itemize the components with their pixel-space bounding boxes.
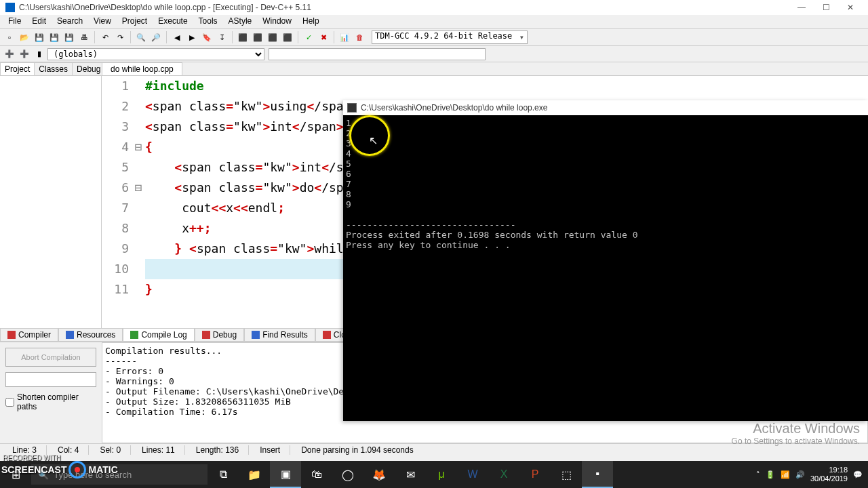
status-lines: Lines: 11: [132, 445, 185, 455]
main-toolbar: ▫ 📂 💾 💾 💾 🖶 ↶ ↷ 🔍 🔎 ◀ ▶ 🔖 ↧ ⬛ ⬛ ⬛ ⬛ ✓ ✖ …: [0, 28, 868, 46]
store-icon[interactable]: 🛍: [301, 461, 332, 488]
powerpoint-icon[interactable]: P: [519, 461, 551, 488]
menu-tools[interactable]: Tools: [193, 15, 223, 28]
status-parse: Done parsing in 1.094 seconds: [292, 445, 422, 455]
menu-view[interactable]: View: [88, 15, 117, 28]
save-as-icon[interactable]: 💾: [62, 30, 76, 44]
output-tab-find-results[interactable]: Find Results: [244, 329, 315, 342]
menu-bar: FileEditSearchViewProjectExecuteToolsASt…: [0, 15, 868, 28]
compile-run-icon[interactable]: ⬛: [266, 30, 279, 44]
output-tab-compiler[interactable]: Compiler: [0, 329, 58, 342]
run-icon[interactable]: ⬛: [251, 30, 264, 44]
globals-select[interactable]: (globals): [47, 48, 264, 60]
devcpp-taskbar-icon[interactable]: ▣: [270, 461, 301, 488]
excel-icon[interactable]: X: [488, 461, 519, 488]
title-bar: C:\Users\kashi\OneDrive\Desktop\do while…: [0, 0, 868, 15]
taskbar: ⊞ 🔍 Type here to search ⧉ 📁 ▣ 🛍 ◯ 🦊 ✉ μ …: [0, 461, 868, 488]
console-icon: [347, 103, 357, 113]
profile-icon[interactable]: 📊: [338, 30, 351, 44]
left-tab-classes[interactable]: Classes: [34, 62, 73, 75]
status-insert: Insert: [250, 445, 290, 455]
app-icon: [5, 3, 15, 12]
class-browser: ProjectClassesDebug: [0, 62, 102, 328]
clean-icon[interactable]: 🗑: [353, 30, 366, 44]
menu-project[interactable]: Project: [117, 15, 153, 28]
menu-edit[interactable]: Edit: [26, 15, 52, 28]
minimize-button[interactable]: —: [789, 0, 814, 15]
print-icon[interactable]: 🖶: [77, 30, 91, 44]
close-button[interactable]: ✕: [838, 0, 863, 15]
menu-search[interactable]: Search: [52, 15, 88, 28]
task-view-icon[interactable]: ⧉: [208, 461, 239, 488]
abort-compilation-button[interactable]: Abort Compilation: [5, 348, 96, 367]
save-all-icon[interactable]: 💾: [47, 30, 61, 44]
stop-icon[interactable]: ✖: [317, 30, 330, 44]
goto-icon[interactable]: ↧: [215, 30, 229, 44]
editor-tab[interactable]: do while loop.cpp: [102, 62, 182, 75]
word-icon[interactable]: W: [457, 461, 488, 488]
window-title: C:\Users\kashi\OneDrive\Desktop\do while…: [19, 3, 311, 12]
rebuild-icon[interactable]: ⬛: [281, 30, 294, 44]
menu-execute[interactable]: Execute: [153, 15, 193, 28]
firefox-icon[interactable]: 🦊: [363, 461, 395, 488]
undo-icon[interactable]: ↶: [98, 30, 112, 44]
compiler-filter-input[interactable]: [5, 372, 96, 387]
utorrent-icon[interactable]: μ: [426, 461, 457, 488]
left-tab-project[interactable]: Project: [0, 62, 35, 75]
save-icon[interactable]: 💾: [33, 30, 46, 44]
open-icon[interactable]: 📂: [18, 30, 31, 44]
output-tab-resources[interactable]: Resources: [58, 329, 123, 342]
file-explorer-icon[interactable]: 📁: [239, 461, 270, 488]
shorten-paths-checkbox[interactable]: Shorten compiler paths: [5, 392, 96, 411]
compile-icon[interactable]: ⬛: [236, 30, 250, 44]
compiler-select[interactable]: TDM-GCC 4.9.2 64-bit Release: [372, 30, 528, 44]
mail-icon[interactable]: ✉: [395, 461, 426, 488]
recorded-with-label: RECORDED WITH: [3, 454, 61, 462]
menu-astyle[interactable]: AStyle: [223, 15, 258, 28]
menu-file[interactable]: File: [3, 15, 26, 28]
activate-windows-watermark: Activate Windows Go to Settings to activ…: [732, 421, 860, 446]
console-title-bar: C:\Users\kashi\OneDrive\Desktop\do while…: [343, 100, 868, 115]
bookmark-icon[interactable]: 🔖: [200, 30, 214, 44]
redo-icon[interactable]: ↷: [113, 30, 127, 44]
toggle-icon[interactable]: ▮: [33, 47, 46, 61]
console-window[interactable]: C:\Users\kashi\OneDrive\Desktop\do while…: [343, 100, 868, 421]
cmd-taskbar-icon[interactable]: ▪: [582, 461, 613, 488]
status-line: Line: 3: [3, 445, 47, 455]
console-title-text: C:\Users\kashi\OneDrive\Desktop\do while…: [361, 103, 547, 113]
tray-volume-icon[interactable]: 🔊: [795, 470, 805, 479]
taskbar-clock[interactable]: 19:18 30/04/2019: [810, 466, 848, 483]
output-tab-compile-log[interactable]: Compile Log: [123, 329, 194, 342]
secondary-toolbar: ➕ ➕ ▮ (globals): [0, 46, 868, 62]
new-icon[interactable]: ▫: [3, 30, 16, 44]
status-sel: Sel: 0: [90, 445, 131, 455]
status-col: Col: 4: [48, 445, 89, 455]
chrome-icon[interactable]: ◯: [332, 461, 363, 488]
screenrec-icon[interactable]: ⬚: [551, 461, 582, 488]
console-output: 1 2 3 4 5 6 7 8 9 ----------------------…: [343, 115, 868, 253]
maximize-button[interactable]: ☐: [814, 0, 838, 15]
menu-help[interactable]: Help: [297, 15, 325, 28]
symbol-select[interactable]: [269, 48, 486, 60]
menu-window[interactable]: Window: [257, 15, 297, 28]
tray-battery-icon[interactable]: 🔋: [766, 470, 775, 479]
status-length: Length: 136: [186, 445, 249, 455]
new-class-icon[interactable]: ➕: [3, 47, 16, 61]
tray-wifi-icon[interactable]: 📶: [781, 470, 790, 479]
debug-icon[interactable]: ✓: [302, 30, 315, 44]
tray-up-icon[interactable]: ˄: [756, 470, 760, 479]
nav-fwd-icon[interactable]: ▶: [185, 30, 199, 44]
output-tab-debug[interactable]: Debug: [195, 329, 244, 342]
screencast-watermark: SCREENCAST MATIC: [1, 461, 118, 479]
nav-back-icon[interactable]: ◀: [170, 30, 184, 44]
replace-icon[interactable]: 🔎: [149, 30, 163, 44]
left-tab-debug[interactable]: Debug: [72, 62, 105, 75]
find-icon[interactable]: 🔍: [134, 30, 148, 44]
editor-tabs: do while loop.cpp: [102, 62, 868, 76]
notifications-icon[interactable]: 💬: [853, 470, 863, 479]
insert-icon[interactable]: ➕: [18, 47, 31, 61]
